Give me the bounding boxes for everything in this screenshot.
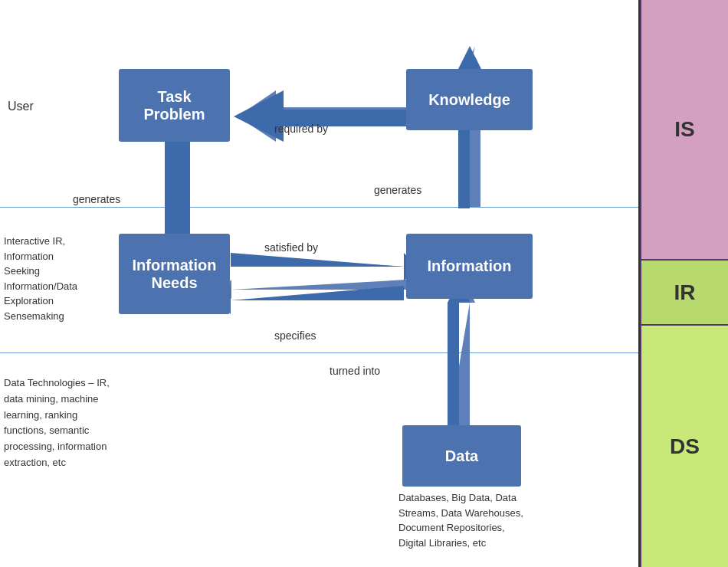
user-label: User	[8, 100, 34, 113]
ds-label: DS	[670, 434, 700, 459]
main-container: Task Problem Knowledge Information Needs…	[0, 0, 728, 567]
satisfied-by-label: satisfied by	[264, 241, 318, 254]
sidebar-ir: IR	[641, 261, 728, 326]
svg-marker-9	[221, 280, 406, 299]
task-problem-label: Task Problem	[143, 88, 205, 123]
interactive-ir-label: Interactive IR, Information Seeking Info…	[4, 234, 77, 323]
divider-line-1	[0, 207, 638, 208]
required-by-label: required by	[274, 123, 328, 135]
ir-label: IR	[674, 280, 696, 305]
generates-right-label: generates	[374, 184, 421, 196]
diagram-area: Task Problem Knowledge Information Needs…	[0, 0, 640, 567]
task-problem-box: Task Problem	[119, 69, 230, 142]
arrows-clean	[0, 0, 640, 567]
svg-marker-15	[217, 286, 404, 314]
turned-into-label: turned into	[330, 365, 380, 377]
databases-label: Databases, Big Data, Data Streams, Data …	[398, 490, 523, 550]
sidebar-is: IS	[641, 0, 728, 261]
information-needs-box: Information Needs	[119, 234, 230, 314]
knowledge-label: Knowledge	[428, 91, 510, 109]
data-label: Data	[445, 447, 478, 465]
specifies-label: specifies	[274, 329, 316, 342]
information-label: Information	[428, 257, 512, 275]
data-box: Data	[402, 425, 521, 487]
sidebar: IS IR DS	[640, 0, 728, 567]
sidebar-ds: DS	[641, 326, 728, 567]
generates-left-label: generates	[73, 193, 120, 205]
data-tech-label: Data Technologies – IR, data mining, mac…	[4, 375, 110, 471]
information-needs-label: Information Needs	[133, 257, 217, 292]
divider-line-2	[0, 352, 638, 353]
svg-marker-14	[231, 253, 418, 281]
svg-marker-8	[231, 257, 416, 276]
is-label: IS	[674, 117, 694, 142]
arrows-svg	[0, 0, 640, 567]
knowledge-box: Knowledge	[406, 69, 533, 130]
information-box: Information	[406, 234, 533, 299]
